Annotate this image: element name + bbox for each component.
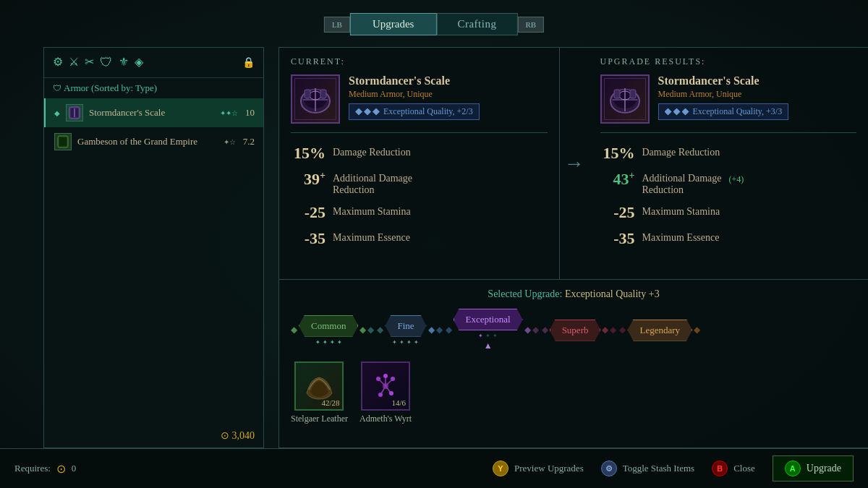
- material-item-wyrt: 14/6 Admeth's Wyrt: [359, 361, 412, 424]
- leather-name: Stelgaer Leather: [291, 414, 348, 424]
- tstar-e1: ✦: [478, 333, 483, 339]
- upgrade-item-details: Stormdancer's Scale Medium Armor, Unique…: [658, 74, 857, 120]
- upgrade-button-label: Upgrade: [807, 463, 841, 474]
- current-item-title: Stormdancer's Scale: [349, 74, 548, 87]
- sword-icon: ⚔: [69, 55, 79, 70]
- stat-row-essence: -35 Maximum Essence: [291, 226, 548, 252]
- b-button: B: [712, 461, 728, 476]
- track-node-legendary[interactable]: Legendary: [627, 320, 692, 341]
- bottom-bar: Requires: ⊙ 0 Y Preview Upgrades ⚙ Toggl…: [0, 448, 868, 488]
- upgrade-item-title: Stormdancer's Scale: [658, 74, 857, 87]
- ustat-row-essence: -35 Maximum Essence: [600, 226, 857, 252]
- material-thumbnail-wyrt: 14/6: [361, 361, 410, 411]
- current-item-subtitle: Medium Armor, Unique: [349, 89, 548, 100]
- toggle-stash-action[interactable]: ⚙ Toggle Stash Items: [601, 461, 694, 476]
- track-node-common-wrapper: Common ✦ ✦ ✦ ✦: [299, 315, 358, 346]
- armor-category-label: Armor (Sorted by: Type): [64, 82, 157, 93]
- stat-label-essence: Maximum Essence: [333, 229, 410, 244]
- helm-icon: ⚜: [119, 55, 129, 70]
- close-action[interactable]: B Close: [712, 461, 755, 476]
- svg-rect-17: [614, 90, 620, 98]
- connector-3b: ◆: [540, 325, 550, 335]
- exceptional-indicator: ▲: [484, 341, 493, 351]
- current-item-details: Stormdancer's Scale Medium Armor, Unique…: [349, 74, 548, 120]
- track-node-exceptional[interactable]: Exceptional: [454, 309, 523, 330]
- connector-1b: ◆: [375, 325, 385, 335]
- dot-1: [355, 108, 362, 116]
- track-node-common[interactable]: Common: [299, 315, 358, 337]
- selected-upgrade-title: Selected Upgrade: Exceptional Quality +3: [291, 288, 856, 300]
- category-icons: ⚙ ⚔ ✂ 🛡 ⚜ ◈: [53, 55, 143, 70]
- ustat-row-dr: 15% Damage Reduction: [600, 140, 857, 166]
- track-item-common[interactable]: ◆ Common ✦ ✦ ✦ ✦ ◆: [291, 315, 366, 346]
- track-item-legendary[interactable]: Legendary ◆: [627, 320, 700, 341]
- dot-2: [364, 108, 371, 116]
- diamond-right-fine: ◆: [428, 325, 435, 335]
- stat-num-dr: 15%: [291, 144, 326, 163]
- inventory-item-gambeson[interactable]: Gambeson of the Grand Empire ✦☆ 7.2: [44, 127, 263, 156]
- upgrade-quality-label: Exceptional Quality, +3/3: [693, 106, 783, 117]
- tstar-c1: ✦: [315, 339, 320, 346]
- svg-point-6: [304, 90, 327, 108]
- crafting-tab[interactable]: Crafting: [436, 13, 517, 35]
- comparison-columns: CURRENT: Stormdancer's Scale Medi: [279, 48, 868, 279]
- armor-category-icon: 🛡: [53, 83, 64, 93]
- svg-point-21: [376, 377, 380, 381]
- leather-count: 42/28: [321, 398, 339, 407]
- track-item-exceptional[interactable]: Exceptional ✦ ✦ ✦ ▲ ◆: [454, 309, 531, 351]
- selected-upgrade-label: Selected Upgrade:: [488, 288, 562, 299]
- star-icons-1: ✦✦☆: [220, 109, 238, 117]
- track-node-exceptional-wrapper: Exceptional ✦ ✦ ✦ ▲: [454, 309, 523, 351]
- current-item-thumbnail: [291, 74, 340, 124]
- currency-value: 3,040: [232, 430, 255, 441]
- udot-3: [682, 108, 689, 116]
- inventory-header: ⚙ ⚔ ✂ 🛡 ⚜ ◈ 🔒: [44, 48, 263, 78]
- requires-coin-icon: ⊙: [56, 462, 66, 476]
- close-label: Close: [733, 463, 755, 474]
- tstar-e3: ✦: [493, 333, 498, 339]
- svg-rect-11: [320, 90, 326, 98]
- track-item-superb[interactable]: Superb ◆: [550, 320, 609, 341]
- svg-point-5: [301, 90, 330, 113]
- ustat-label-stamina: Maximum Stamina: [642, 203, 720, 218]
- upgrades-tab[interactable]: Upgrades: [350, 13, 436, 35]
- main-panel: CURRENT: Stormdancer's Scale Medi: [278, 47, 868, 448]
- inventory-item-stormdancer[interactable]: ◆ Stormdancer's Scale ✦✦☆ 10: [44, 98, 263, 127]
- selected-upgrade-value-text: Exceptional Quality +3: [565, 288, 660, 299]
- track-item-fine[interactable]: Fine ✦ ✦ ✦ ✦ ◆: [385, 315, 434, 346]
- ustat-label-dr: Damage Reduction: [642, 144, 720, 158]
- current-quality-label: Exceptional Quality, +2/3: [383, 106, 473, 117]
- upgrade-quality-badge: Exceptional Quality, +3/3: [658, 103, 789, 120]
- rb-button[interactable]: RB: [517, 17, 544, 33]
- svg-point-29: [383, 374, 388, 378]
- lb-button[interactable]: LB: [324, 17, 350, 33]
- preview-upgrades-action[interactable]: Y Preview Upgrades: [493, 461, 584, 476]
- svg-point-12: [610, 90, 639, 113]
- ustat-row-adr: 43+ Additional DamageReduction (+4): [600, 166, 857, 200]
- stat-row-stamina: -25 Maximum Stamina: [291, 200, 548, 226]
- stash-button-icon: ⚙: [601, 461, 617, 476]
- upgrade-item-thumbnail: [600, 74, 650, 124]
- wyrt-name: Admeth's Wyrt: [359, 414, 412, 424]
- item-icon-gambeson: [54, 133, 72, 150]
- track-node-fine[interactable]: Fine: [385, 315, 426, 337]
- track-node-superb[interactable]: Superb: [550, 320, 601, 341]
- armor-icon: 🛡: [100, 55, 113, 70]
- upgrade-section: Selected Upgrade: Exceptional Quality +3…: [279, 279, 868, 433]
- requires-value: 0: [72, 463, 77, 474]
- svg-point-9: [310, 91, 321, 100]
- a-button: A: [785, 461, 801, 476]
- svg-point-27: [389, 391, 393, 395]
- misc-icon: ◈: [135, 55, 143, 70]
- track-node-legendary-wrapper: Legendary: [627, 320, 692, 341]
- tstar-c4: ✦: [337, 339, 342, 346]
- stat-label-stamina: Maximum Stamina: [333, 203, 411, 218]
- connector-4b: ◆: [618, 325, 627, 335]
- item-name-gambeson: Gambeson of the Grand Empire: [77, 136, 218, 147]
- stat-num-adr: 39+: [291, 170, 326, 189]
- item-icon-stormdancer: [66, 104, 83, 121]
- upgrade-button[interactable]: A Upgrade: [773, 455, 854, 481]
- material-thumbnail-leather: 42/28: [294, 361, 344, 411]
- requires-label: Requires:: [14, 463, 51, 474]
- upgrade-results-column: UPGRADE RESULTS: Stormdancer's Scale: [589, 48, 869, 279]
